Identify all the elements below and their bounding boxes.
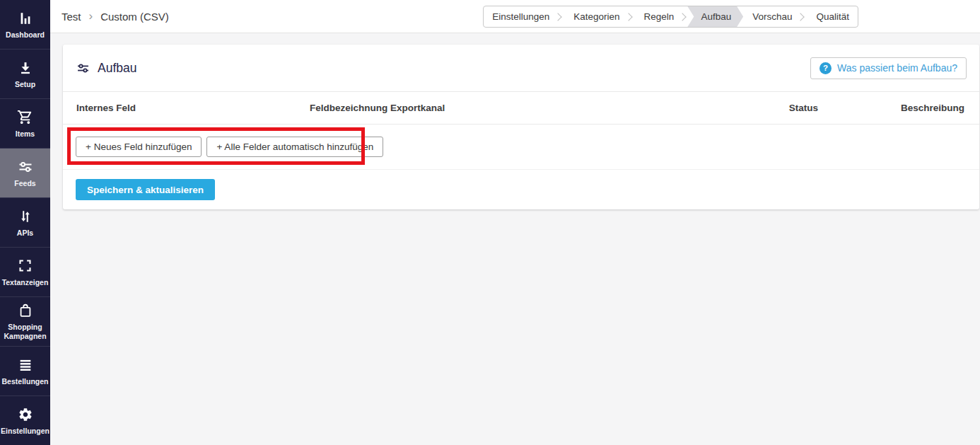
card-footer: Speichern & aktualisieren — [63, 170, 979, 209]
sidebar-item-dashboard[interactable]: Dashboard — [0, 0, 50, 50]
download-icon — [18, 59, 33, 76]
sidebar-item-label: Shopping Kampagnen — [3, 323, 48, 340]
chevron-separator-icon — [629, 6, 636, 27]
chevron-right-icon: › — [89, 10, 93, 23]
card-header: Aufbau ? Was passiert beim Aufbau? — [63, 45, 979, 92]
top-header: Test › Custom (CSV) Einstellungen Katego… — [50, 0, 980, 33]
save-and-update-button[interactable]: Speichern & aktualisieren — [76, 179, 215, 200]
main-content: Aufbau ? Was passiert beim Aufbau? Inter… — [50, 33, 980, 445]
sidebar-item-label: Textanzeigen — [1, 278, 50, 287]
sidebar-item-feeds[interactable]: Feeds — [0, 149, 50, 198]
chevron-separator-icon — [800, 6, 807, 27]
sidebar-item-label: Einstellungen — [0, 427, 51, 436]
arrows-up-down-icon — [18, 208, 33, 225]
breadcrumb-item-feed[interactable]: Test — [62, 11, 81, 23]
page-title: Aufbau — [98, 61, 136, 76]
sidebar-item-einstellungen[interactable]: Einstellungen — [0, 396, 50, 445]
sidebar-item-textanzeigen[interactable]: Shopping Kampagnen Textanzeigen — [0, 248, 50, 297]
question-mark-icon: ? — [819, 62, 832, 74]
column-header-status: Status — [702, 103, 818, 113]
step-einstellungen[interactable]: Einstellungen — [484, 6, 558, 27]
add-field-row: + Neues Feld hinzufügen + Alle Felder au… — [63, 125, 979, 170]
chevron-separator-icon — [558, 6, 565, 27]
chevron-separator-icon — [682, 6, 689, 27]
bar-chart-icon — [18, 10, 33, 27]
help-button-label: Was passiert beim Aufbau? — [837, 62, 957, 74]
breadcrumb-item-current: Custom (CSV) — [100, 11, 169, 23]
sidebar-item-setup[interactable]: Setup — [0, 50, 50, 99]
expand-corners-icon — [18, 258, 33, 274]
cart-icon — [17, 109, 33, 126]
wizard-stepper: Einstellungen Kategorien Regeln Aufbau V… — [483, 6, 858, 28]
sidebar-item-items[interactable]: Items — [0, 99, 50, 149]
column-header-feldbezeichnung: Feldbezeichnung Exportkanal — [310, 103, 702, 113]
add-all-fields-button[interactable]: + Alle Felder automatisch hinzufügen — [206, 137, 383, 157]
table-header-row: Internes Feld Feldbezeichnung Exportkana… — [63, 92, 979, 125]
sidebar-item-label: Setup — [13, 80, 37, 89]
breadcrumb: Test › Custom (CSV) — [62, 0, 169, 33]
column-header-beschreibung: Beschreibung — [818, 103, 964, 113]
sidebar-item-label: Feeds — [13, 179, 37, 188]
sliders-icon — [17, 158, 34, 175]
sidebar-item-apis[interactable]: APIs — [0, 198, 50, 248]
add-new-field-button[interactable]: + Neues Feld hinzufügen — [76, 137, 202, 157]
sidebar-item-label: Items — [14, 129, 36, 139]
column-header-internes-feld: Internes Feld — [76, 103, 310, 113]
list-lines-icon — [18, 357, 33, 374]
gear-icon — [18, 406, 33, 423]
step-aufbau-active[interactable]: Aufbau — [687, 6, 743, 27]
sidebar: Dashboard Setup Items Feeds — [0, 0, 50, 445]
sidebar-item-label: APIs — [16, 229, 35, 238]
aufbau-card: Aufbau ? Was passiert beim Aufbau? Inter… — [63, 45, 979, 209]
sidebar-item-label: Bestellungen — [1, 377, 50, 386]
sidebar-item-shopping-kampagnen[interactable]: Shopping Kampagnen — [0, 297, 50, 347]
shopping-bag-icon — [18, 302, 33, 319]
sidebar-item-bestellungen[interactable]: Bestellungen — [0, 347, 50, 396]
step-qualitaet[interactable]: Qualität — [807, 6, 858, 27]
step-vorschau[interactable]: Vorschau — [744, 6, 800, 27]
step-kategorien[interactable]: Kategorien — [565, 6, 628, 27]
sidebar-item-label: Dashboard — [4, 30, 46, 40]
sliders-icon — [76, 61, 91, 76]
step-regeln[interactable]: Regeln — [636, 6, 683, 27]
help-button[interactable]: ? Was passiert beim Aufbau? — [810, 57, 967, 79]
